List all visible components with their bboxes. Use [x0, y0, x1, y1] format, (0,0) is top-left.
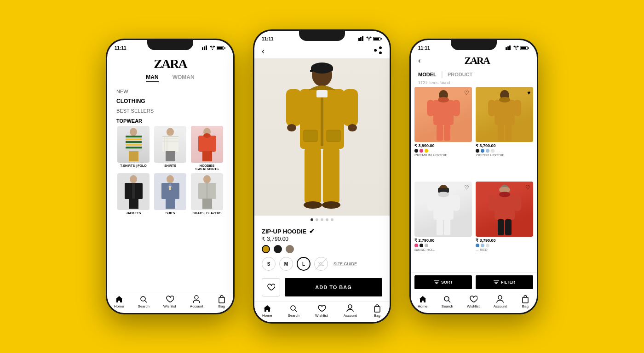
tab-man[interactable]: MAN: [146, 74, 158, 82]
time-1: 11:11: [115, 46, 126, 51]
nav-bag-1[interactable]: Bag: [217, 295, 226, 308]
svg-rect-106: [494, 194, 515, 220]
size-m[interactable]: M: [279, 257, 293, 271]
nav-account-label-3: Account: [494, 304, 507, 308]
phone1: 11:11 ZARA MAN WOMAN NEW CLOTHING BEST S…: [106, 39, 235, 314]
nav-search-3[interactable]: Search: [442, 295, 453, 308]
nav-search-2[interactable]: Search: [288, 304, 299, 318]
user-icon-3: [495, 295, 505, 303]
add-row: ADD TO BAG: [254, 274, 390, 301]
view-model[interactable]: MODEL: [418, 72, 437, 77]
back-button-2[interactable]: ‹: [262, 46, 264, 56]
nav-wishlist-3[interactable]: Wishlist: [467, 295, 480, 308]
product-card-1[interactable]: ♡ ₹ 3,990.00: [414, 87, 472, 178]
size-l[interactable]: L: [297, 257, 310, 271]
svg-rect-109: [514, 194, 521, 211]
swatch-3-2: [420, 244, 423, 247]
wishlist-icon-2[interactable]: ♥: [527, 90, 530, 96]
size-guide-link[interactable]: SIZE GUIDE: [334, 262, 357, 266]
heart-icon-1: [165, 295, 174, 303]
size-row: S M L XL SIZE GUIDE: [262, 257, 382, 271]
nav-home-3[interactable]: Home: [418, 295, 427, 308]
size-s[interactable]: S: [262, 257, 276, 271]
nav-wishlist-1[interactable]: Wishlist: [163, 295, 176, 308]
svg-rect-6: [217, 47, 223, 49]
price-3: ₹ 2,790.00: [414, 238, 472, 243]
status-icons-2: [358, 36, 382, 41]
p1-header: ZARA MAN WOMAN: [107, 53, 233, 84]
product-img-4: ♡: [476, 182, 533, 237]
category-suits[interactable]: SUITS: [153, 173, 187, 215]
svg-rect-54: [310, 70, 313, 72]
nav-home-1[interactable]: Home: [114, 295, 124, 308]
svg-point-40: [141, 296, 145, 301]
product-hero-image: [254, 58, 390, 216]
hoodies-img: [191, 126, 223, 163]
svg-rect-101: [453, 194, 460, 211]
category-tshirts[interactable]: T-SHIRTS | POLO: [116, 126, 150, 171]
back-button-3[interactable]: ‹: [418, 57, 420, 65]
menu-clothing[interactable]: CLOTHING: [116, 96, 224, 106]
notch-2: [299, 31, 345, 41]
swatch-2-2: [481, 149, 484, 153]
product-card-3[interactable]: ♡ ₹ 2,790.00: [414, 182, 472, 273]
nav-home-2[interactable]: Home: [262, 304, 272, 318]
size-xl[interactable]: XL: [314, 257, 328, 271]
product-card-4[interactable]: ♡ ₹ 3,790.00: [476, 182, 533, 273]
view-divider: |: [441, 70, 443, 79]
wishlist-icon-4[interactable]: ♡: [525, 184, 530, 191]
phone3: 11:11 ‹ ZARA MODEL | PRODUCT 1721 items …: [409, 39, 538, 314]
svg-rect-43: [219, 297, 224, 303]
nav-bag-3[interactable]: Bag: [521, 295, 530, 308]
hoodies-label: HOODIES SWEATSHIRTS: [190, 164, 224, 171]
svg-rect-57: [321, 91, 323, 146]
svg-line-41: [145, 301, 147, 302]
category-shirts[interactable]: SHIRTS: [153, 126, 187, 171]
nav-home-label-1: Home: [114, 304, 124, 308]
wishlist-button[interactable]: [262, 278, 280, 296]
svg-rect-79: [528, 47, 529, 49]
nav-account-1[interactable]: Account: [190, 295, 203, 308]
wishlist-icon-1[interactable]: ♡: [464, 90, 469, 96]
menu-bestsellers[interactable]: BEST SELLERS: [116, 106, 224, 115]
nav-bag-2[interactable]: Bag: [373, 304, 382, 318]
category-coats[interactable]: COATS | BLAZERS: [190, 173, 224, 215]
svg-point-3: [212, 49, 213, 50]
svg-rect-45: [360, 37, 362, 41]
color-swatch-brown[interactable]: [286, 245, 294, 253]
category-hoodies[interactable]: HOODIES SWEATSHIRTS: [190, 126, 224, 171]
svg-rect-61: [286, 89, 301, 126]
color-swatch-yellow[interactable]: [262, 245, 270, 253]
nav-account-2[interactable]: Account: [344, 304, 357, 318]
user-icon-2: [345, 304, 355, 313]
category-jackets[interactable]: JACKETS: [116, 173, 150, 215]
nav-account-label-2: Account: [344, 313, 357, 318]
view-product[interactable]: PRODUCT: [448, 72, 472, 77]
search-icon-1: [139, 295, 148, 303]
svg-rect-34: [169, 186, 171, 190]
color-swatch-black[interactable]: [274, 245, 282, 253]
filter-button[interactable]: FILTER: [476, 275, 533, 289]
svg-rect-75: [507, 46, 509, 50]
nav-search-1[interactable]: Search: [138, 295, 150, 308]
name-3: BAISC HO...: [414, 248, 472, 252]
add-to-bag-button[interactable]: ADD TO BAG: [285, 278, 382, 296]
swatch-2-3: [486, 149, 489, 153]
swatch-4-1: [476, 244, 479, 247]
verified-icon: ✔: [309, 228, 315, 235]
nav-bag-label-3: Bag: [522, 304, 529, 308]
coats-img: [191, 173, 223, 210]
wishlist-icon-3[interactable]: ♡: [464, 184, 469, 191]
nav-wishlist-2[interactable]: Wishlist: [315, 304, 328, 318]
svg-point-90: [499, 97, 510, 102]
sort-button[interactable]: SORT: [414, 275, 472, 289]
tab-woman[interactable]: WOMAN: [172, 74, 195, 82]
status-icons-3: [506, 46, 529, 50]
jackets-img: [117, 173, 150, 210]
menu-new[interactable]: NEW: [116, 87, 224, 96]
svg-rect-0: [202, 47, 203, 50]
share-button[interactable]: [374, 46, 382, 57]
svg-rect-111: [505, 219, 512, 235]
product-card-2[interactable]: ♥ ₹ 3,790.00: [476, 87, 533, 178]
nav-account-3[interactable]: Account: [494, 295, 507, 308]
